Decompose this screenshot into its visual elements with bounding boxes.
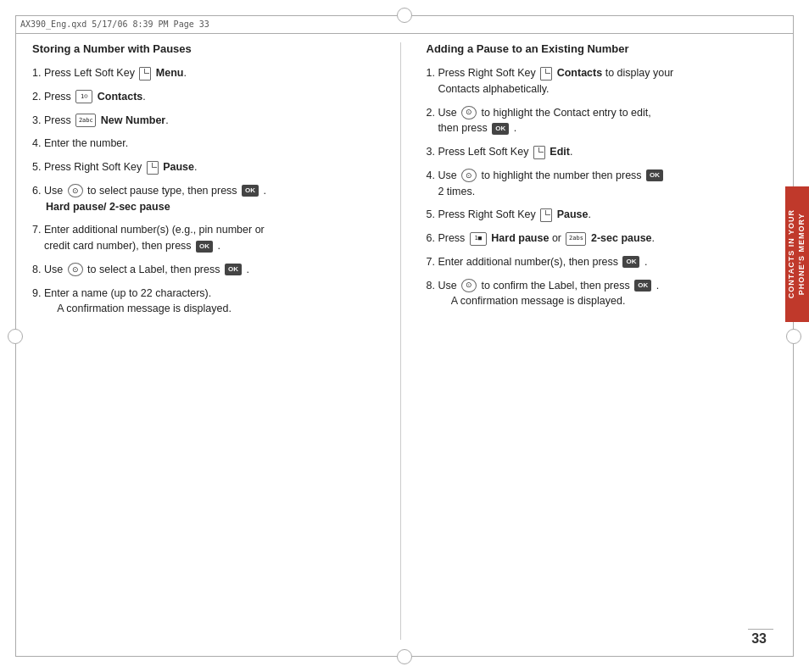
nav-icon-r2: ⊙ <box>461 169 477 182</box>
side-tab-text: CONTACTS IN YOURPHONE'S MEMORY <box>787 209 806 298</box>
step-9-sub: A confirmation message is displayed. <box>46 303 232 314</box>
header-text: AX390_Eng.qxd 5/17/06 8:39 PM Page 33 <box>20 19 209 29</box>
r-step-6-bold1: Hard pause <box>491 232 549 244</box>
ok-icon-r1: OK <box>492 123 509 135</box>
left-step-4: 4. Enter the number. <box>32 136 375 152</box>
step-1-num: 1. Press Left Soft Key <box>32 67 137 79</box>
menu-icon <box>139 67 151 81</box>
right-step-7: 7. Enter additional number(s), then pres… <box>427 254 769 270</box>
ok-icon-2: OK <box>196 241 213 253</box>
step-1-bold: Menu <box>156 67 184 79</box>
left-step-3: 3. Press 2abc New Number. <box>32 113 375 129</box>
right-step-1: 1. Press Right Soft Key Contacts to disp… <box>427 65 769 97</box>
contacts-icon-1: 1☺ <box>75 90 92 103</box>
page-icon-r3 <box>533 146 545 159</box>
step-5-bold: Pause <box>163 161 194 173</box>
right-step-2: 2. Use ⊙ to highlight the Contact entry … <box>427 105 769 137</box>
pause-icon-1 <box>147 161 159 175</box>
side-tab: CONTACTS IN YOURPHONE'S MEMORY <box>785 186 809 322</box>
step-2-bold: Contacts <box>98 91 142 103</box>
header-bar: AX390_Eng.qxd 5/17/06 8:39 PM Page 33 <box>15 15 794 34</box>
ok-icon-1: OK <box>242 185 259 197</box>
r-step-1-bold: Contacts <box>557 67 602 79</box>
ok-icon-3: OK <box>225 264 242 275</box>
content-area: Storing a Number with Pauses 1. Press Le… <box>32 42 777 640</box>
r-step-8-sub: A confirmation message is displayed. <box>440 295 626 307</box>
right-section-title: Adding a Pause to an Existing Number <box>427 42 769 55</box>
left-step-1: 1. Press Left Soft Key Menu. <box>32 65 375 81</box>
right-step-5: 5. Press Right Soft Key Pause. <box>427 207 769 223</box>
reg-mark-left <box>8 329 23 344</box>
nav-icon-r3: ⊙ <box>461 279 477 292</box>
ok-icon-r2: OK <box>646 169 663 181</box>
reg-mark-right <box>786 329 801 344</box>
left-step-8: 8. Use ⊙ to select a Label, then press O… <box>32 262 375 278</box>
right-step-3: 3. Press Left Soft Key Edit. <box>427 144 769 160</box>
page-icon-r5 <box>540 208 552 222</box>
right-step-6: 6. Press 1■ Hard pause or 2abs 2-sec pau… <box>427 230 769 247</box>
left-step-5: 5. Press Right Soft Key Pause. <box>32 159 375 175</box>
left-step-2: 2. Press 1☺ Contacts. <box>32 89 375 105</box>
ok-icon-r3: OK <box>622 256 639 268</box>
page-number: 33 <box>751 631 767 647</box>
ok-icon-r4: OK <box>634 280 651 292</box>
2abs-icon: 2abs <box>566 232 586 246</box>
left-column: Storing a Number with Pauses 1. Press Le… <box>32 42 401 640</box>
right-step-4: 4. Use ⊙ to highlight the number then pr… <box>427 168 769 200</box>
r-step-3-bold: Edit <box>550 146 570 158</box>
step-3-bold: New Number <box>101 114 165 126</box>
page-icon-r1 <box>540 67 552 81</box>
right-column: Adding a Pause to an Existing Number 1. … <box>401 42 778 640</box>
page-number-divider <box>748 629 773 630</box>
nav-icon-r1: ⊙ <box>461 106 477 119</box>
left-step-6: 6. Use ⊙ to select pause type, then pres… <box>32 183 375 215</box>
left-step-9: 9. Enter a name (up to 22 characters). A… <box>32 286 375 318</box>
right-step-8: 8. Use ⊙ to confirm the Label, then pres… <box>427 278 769 310</box>
left-step-7: 7. Enter additional number(s) (e.g., pin… <box>32 222 375 254</box>
nav-icon-2: ⊙ <box>68 263 83 276</box>
step-6-sub: Hard pause/ 2-sec pause <box>46 201 170 213</box>
1hard-icon: 1■ <box>470 232 487 246</box>
left-section-title: Storing a Number with Pauses <box>32 42 375 55</box>
r-step-5-bold: Pause <box>557 208 589 220</box>
2abc-icon: 2abc <box>75 114 96 127</box>
nav-icon-1: ⊙ <box>68 184 83 197</box>
reg-mark-bottom <box>397 649 412 664</box>
r-step-6-bold2: 2-sec pause <box>591 232 652 244</box>
